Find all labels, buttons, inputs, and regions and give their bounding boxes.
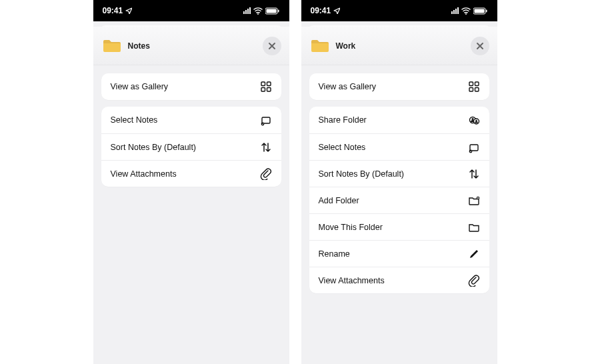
add-folder-icon [468, 195, 480, 207]
menu-content: View as Gallery Share Folder Select Note… [301, 65, 497, 313]
battery-icon [265, 7, 280, 15]
menu-item-select-notes[interactable]: Select Notes [101, 107, 281, 133]
folder-icon [311, 39, 329, 53]
menu-item-view-gallery[interactable]: View as Gallery [101, 73, 281, 100]
status-bar: 09:41 [93, 0, 289, 21]
menu-item-move-folder[interactable]: Move This Folder [309, 213, 489, 240]
menu-item-label: View as Gallery [111, 82, 169, 91]
menu-item-label: Share Folder [319, 115, 367, 125]
share-icon [468, 114, 480, 126]
pencil-icon [468, 248, 480, 260]
status-time: 09:41 [103, 6, 123, 15]
menu-group: Share Folder Select Notes Sort Notes By … [309, 107, 489, 293]
menu-item-label: Sort Notes By (Default) [319, 169, 405, 179]
attachment-icon [260, 168, 272, 180]
phone-screen-notes: 09:41 Notes View as Gallery Select Notes [93, 0, 289, 364]
attachment-icon [468, 275, 480, 287]
menu-item-view-gallery[interactable]: View as Gallery [309, 73, 489, 100]
menu-group: Select Notes Sort Notes By (Default) Vie… [101, 107, 281, 187]
menu-item-select-notes[interactable]: Select Notes [309, 133, 489, 160]
sheet-header: Work [301, 27, 497, 65]
select-icon [260, 114, 272, 126]
battery-icon [473, 7, 488, 15]
menu-item-view-attachments[interactable]: View Attachments [309, 267, 489, 293]
menu-item-rename[interactable]: Rename [309, 240, 489, 267]
menu-item-label: Select Notes [319, 143, 366, 152]
folder-title: Work [336, 41, 356, 51]
phone-screen-work: 09:41 Work View as Gallery Share Folder [301, 0, 497, 364]
menu-item-sort-notes[interactable]: Sort Notes By (Default) [309, 160, 489, 187]
menu-item-add-folder[interactable]: Add Folder [309, 187, 489, 213]
menu-item-label: Rename [319, 249, 350, 259]
select-icon [468, 141, 480, 153]
menu-item-label: View as Gallery [319, 82, 377, 91]
menu-item-view-attachments[interactable]: View Attachments [101, 160, 281, 187]
location-icon [125, 7, 132, 14]
menu-item-label: Add Folder [319, 196, 359, 205]
menu-item-sort-notes[interactable]: Sort Notes By (Default) [101, 133, 281, 160]
menu-item-label: Sort Notes By (Default) [111, 143, 197, 152]
menu-item-share-folder[interactable]: Share Folder [309, 107, 489, 133]
grid-icon [468, 81, 480, 93]
grid-icon [260, 81, 272, 93]
wifi-icon [253, 7, 263, 15]
menu-item-label: Select Notes [111, 115, 158, 125]
menu-item-label: Move This Folder [319, 223, 383, 232]
location-icon [333, 7, 340, 14]
signal-icon [451, 7, 459, 14]
status-time: 09:41 [311, 6, 331, 15]
close-icon [268, 42, 276, 50]
signal-icon [243, 7, 251, 14]
close-icon [476, 42, 484, 50]
menu-item-label: View Attachments [111, 169, 177, 179]
menu-item-label: View Attachments [319, 276, 385, 285]
sheet-header: Notes [93, 27, 289, 65]
folder-title: Notes [128, 41, 150, 51]
folder-icon [468, 221, 480, 233]
sort-icon [468, 168, 480, 180]
status-bar: 09:41 [301, 0, 497, 21]
menu-content: View as Gallery Select Notes Sort Notes … [93, 65, 289, 207]
wifi-icon [461, 7, 471, 15]
sort-icon [260, 141, 272, 153]
close-button[interactable] [263, 37, 281, 55]
folder-icon [103, 39, 121, 53]
menu-group: View as Gallery [101, 73, 281, 100]
close-button[interactable] [471, 37, 489, 55]
menu-group: View as Gallery [309, 73, 489, 100]
